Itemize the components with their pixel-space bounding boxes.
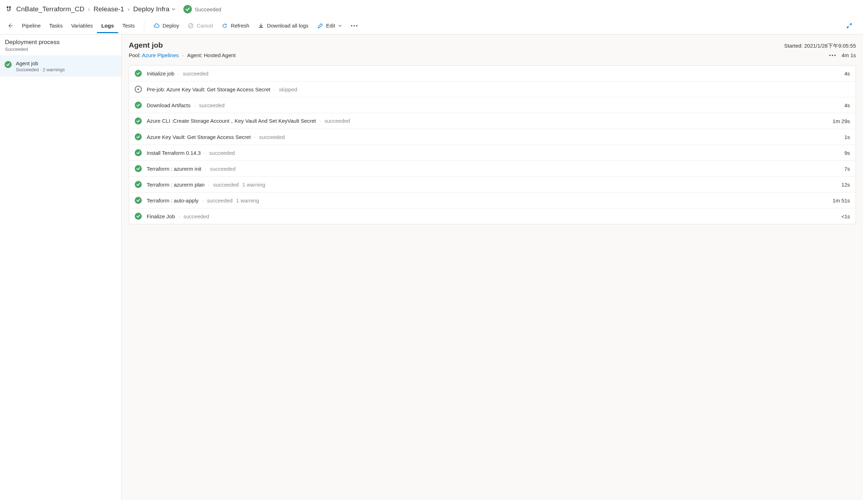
- refresh-label: Refresh: [231, 23, 249, 29]
- refresh-button[interactable]: Refresh: [217, 20, 254, 32]
- refresh-icon: [221, 23, 228, 29]
- step-main: Azure Key Vault: Get Storage Access Secr…: [147, 134, 839, 140]
- sidebar-item-agent-job[interactable]: Agent job Succeeded · 2 warnings: [0, 55, 121, 77]
- step-main: Finalize Job·succeeded: [147, 213, 836, 219]
- steps-list: Initialize job·succeeded4sPre-job: Azure…: [129, 65, 856, 224]
- edit-button[interactable]: Edit: [313, 20, 347, 32]
- step-status: succeeded: [209, 150, 235, 156]
- step-name: Pre-job: Azure Key Vault: Get Storage Ac…: [147, 86, 271, 92]
- step-row[interactable]: Initialize job·succeeded4s: [129, 66, 856, 81]
- breadcrumb-project[interactable]: CnBate_Terraform_CD: [16, 5, 84, 13]
- step-row[interactable]: Terraform : azurerm plan·succeeded1 warn…: [129, 176, 856, 192]
- separator-dot: ·: [182, 52, 184, 58]
- success-icon: [135, 117, 142, 125]
- agent-label: Agent: Hosted Agent: [187, 52, 236, 58]
- fullscreen-button[interactable]: [842, 20, 857, 32]
- step-status: succeeded: [199, 102, 225, 108]
- separator-dot: ·: [194, 102, 195, 108]
- cancel-icon: [188, 23, 194, 29]
- step-main: Terraform : auto-apply·succeeded1 warnin…: [147, 198, 828, 204]
- step-row[interactable]: Terraform : azurerm init·succeeded7s: [129, 160, 856, 176]
- edit-icon: [317, 23, 323, 29]
- success-icon: [135, 181, 142, 188]
- success-icon: [135, 149, 142, 156]
- deploy-button[interactable]: Deploy: [149, 20, 183, 32]
- step-status: skipped: [279, 86, 297, 92]
- sidebar-status: Succeeded: [5, 47, 116, 52]
- separator-dot: ·: [204, 150, 206, 156]
- step-main: Terraform : azurerm init·succeeded: [147, 166, 839, 172]
- step-row[interactable]: Azure CLI :Create Storage Account，Key Va…: [129, 113, 856, 129]
- tab-tasks[interactable]: Tasks: [45, 18, 67, 33]
- step-row[interactable]: Install Terraform 0.14.3·succeeded9s: [129, 145, 856, 160]
- step-duration: 1m 51s: [833, 198, 850, 204]
- download-label: Download all logs: [267, 23, 309, 29]
- step-main: Pre-job: Azure Key Vault: Get Storage Ac…: [147, 86, 845, 92]
- breadcrumb-release[interactable]: Release-1: [93, 5, 124, 13]
- step-name: Initialize job: [147, 71, 174, 77]
- sidebar-header: Deployment process Succeeded: [0, 35, 121, 55]
- download-logs-button[interactable]: Download all logs: [254, 20, 313, 32]
- step-status: succeeded: [210, 166, 236, 172]
- svg-rect-0: [7, 6, 8, 8]
- step-row[interactable]: Azure Key Vault: Get Storage Access Secr…: [129, 129, 856, 145]
- job-more-button[interactable]: •••: [829, 52, 837, 58]
- step-name: Azure Key Vault: Get Storage Access Secr…: [147, 134, 251, 140]
- step-duration: 7s: [844, 166, 850, 172]
- sidebar-title: Deployment process: [5, 39, 116, 46]
- tab-variables[interactable]: Variables: [67, 18, 97, 33]
- breadcrumb: CnBate_Terraform_CD › Release-1 › Deploy…: [0, 0, 863, 17]
- pool-label: Pool:: [129, 52, 141, 58]
- back-button[interactable]: [6, 22, 14, 30]
- step-duration: 1m 29s: [833, 118, 850, 124]
- breadcrumb-stage[interactable]: Deploy Infra: [133, 5, 176, 13]
- step-status: succeeded: [324, 118, 350, 124]
- tab-tests[interactable]: Tests: [118, 18, 139, 33]
- success-icon: [135, 197, 142, 204]
- success-icon: [135, 213, 142, 220]
- deploy-label: Deploy: [163, 23, 179, 29]
- expand-icon: [846, 23, 852, 29]
- sidebar: Deployment process Succeeded Agent job S…: [0, 35, 122, 500]
- cancel-label: Cancel: [197, 23, 213, 29]
- breadcrumb-separator: ›: [128, 6, 130, 13]
- job-duration: 4m 1s: [841, 52, 856, 58]
- tab-logs[interactable]: Logs: [97, 18, 118, 33]
- content: Agent job Started: 2021/1/28下午9:05:55 Po…: [122, 35, 863, 500]
- step-name: Terraform : auto-apply: [147, 198, 199, 204]
- separator-dot: ·: [208, 182, 209, 188]
- separator-dot: ·: [202, 198, 203, 204]
- step-main: Azure CLI :Create Storage Account，Key Va…: [147, 118, 828, 125]
- step-warning: 1 warning: [242, 182, 265, 188]
- job-title: Agent job: [129, 41, 163, 49]
- toolbar: Pipeline Tasks Variables Logs Tests Depl…: [0, 17, 863, 35]
- stage-status-pill: Succeeded: [183, 5, 221, 13]
- sidebar-item-title: Agent job: [16, 60, 116, 66]
- step-main: Initialize job·succeeded: [147, 71, 839, 77]
- step-row[interactable]: Download Artifacts·succeeded4s: [129, 97, 856, 113]
- step-row[interactable]: Terraform : auto-apply·succeeded1 warnin…: [129, 192, 856, 208]
- success-icon: [135, 70, 142, 77]
- svg-rect-1: [9, 6, 11, 8]
- step-status: succeeded: [207, 198, 233, 204]
- step-duration: 4s: [844, 102, 850, 108]
- step-name: Install Terraform 0.14.3: [147, 150, 201, 156]
- more-icon: •••: [351, 23, 358, 29]
- chevron-down-icon: [338, 24, 342, 28]
- step-warning: 1 warning: [236, 198, 259, 204]
- separator-dot: ·: [320, 118, 321, 124]
- step-duration: 1s: [844, 134, 850, 140]
- toolbar-divider: [144, 21, 144, 30]
- separator-dot: ·: [254, 134, 256, 140]
- release-icon: [6, 6, 13, 12]
- step-row[interactable]: Finalize Job·succeeded<1s: [129, 208, 856, 224]
- more-actions-button[interactable]: •••: [346, 20, 363, 31]
- success-icon: [5, 61, 12, 68]
- edit-label: Edit: [326, 23, 335, 29]
- success-icon: [183, 5, 192, 13]
- breadcrumb-stage-label: Deploy Infra: [133, 5, 169, 13]
- success-icon: [135, 102, 142, 109]
- pool-link[interactable]: Azure Pipelines: [142, 52, 179, 58]
- step-row[interactable]: Pre-job: Azure Key Vault: Get Storage Ac…: [129, 81, 856, 97]
- tab-pipeline[interactable]: Pipeline: [18, 18, 45, 33]
